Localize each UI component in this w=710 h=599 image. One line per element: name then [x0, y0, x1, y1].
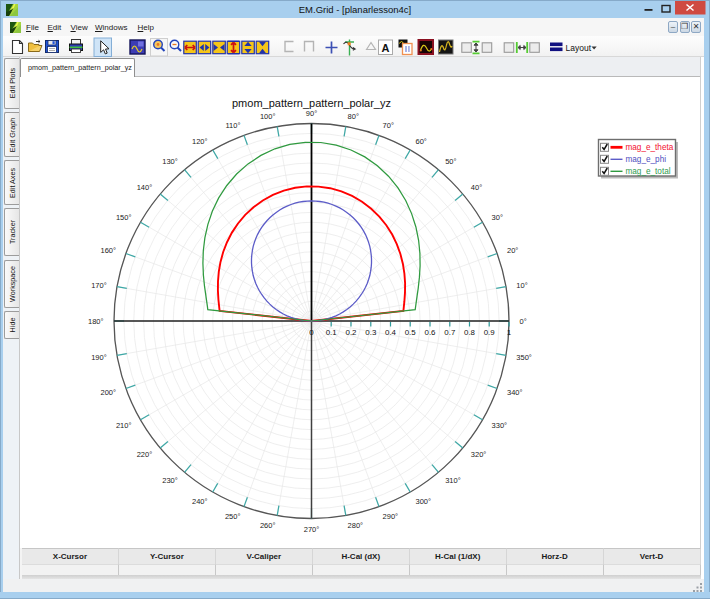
svg-text:130°: 130°	[162, 157, 178, 166]
svg-text:120°: 120°	[192, 137, 208, 146]
svg-text:mag_e_total: mag_e_total	[626, 167, 671, 176]
svg-text:mag_e_theta: mag_e_theta	[626, 143, 674, 152]
svg-text:280°: 280°	[348, 521, 364, 530]
svg-text:200°: 200°	[100, 388, 116, 397]
svg-text:310°: 310°	[445, 476, 461, 485]
svg-text:0.9: 0.9	[484, 328, 496, 337]
svg-text:340°: 340°	[507, 388, 523, 397]
svg-text:210°: 210°	[116, 421, 132, 430]
svg-text:0.6: 0.6	[425, 328, 437, 337]
svg-text:160°: 160°	[100, 246, 116, 255]
svg-text:0.2: 0.2	[346, 328, 357, 337]
svg-text:0.1: 0.1	[326, 328, 337, 337]
svg-text:350°: 350°	[516, 353, 532, 362]
svg-text:320°: 320°	[471, 450, 487, 459]
svg-text:60°: 60°	[416, 137, 427, 146]
svg-text:80°: 80°	[348, 112, 359, 121]
svg-text:100°: 100°	[260, 112, 276, 121]
svg-text:pmom_pattern_pattern_polar_yz: pmom_pattern_pattern_polar_yz	[232, 97, 391, 109]
svg-text:240°: 240°	[192, 497, 208, 506]
svg-text:300°: 300°	[416, 497, 432, 506]
svg-text:1: 1	[507, 328, 511, 337]
svg-text:10°: 10°	[516, 281, 527, 290]
svg-text:0.7: 0.7	[444, 328, 455, 337]
svg-text:50°: 50°	[445, 157, 456, 166]
svg-text:0.5: 0.5	[405, 328, 417, 337]
svg-text:250°: 250°	[225, 512, 241, 521]
svg-text:90°: 90°	[306, 109, 317, 118]
svg-text:220°: 220°	[137, 450, 153, 459]
svg-text:170°: 170°	[91, 281, 107, 290]
svg-text:110°: 110°	[225, 121, 240, 130]
svg-text:0°: 0°	[520, 317, 527, 326]
svg-text:0.4: 0.4	[385, 328, 397, 337]
svg-text:190°: 190°	[91, 353, 107, 362]
svg-text:40°: 40°	[471, 183, 482, 192]
svg-text:150°: 150°	[116, 213, 132, 222]
svg-text:0.3: 0.3	[365, 328, 377, 337]
svg-text:140°: 140°	[137, 183, 153, 192]
svg-text:270°: 270°	[304, 525, 320, 534]
svg-text:0: 0	[309, 328, 314, 337]
svg-text:230°: 230°	[162, 476, 178, 485]
svg-text:330°: 330°	[492, 421, 508, 430]
svg-text:180°: 180°	[88, 317, 104, 326]
svg-text:70°: 70°	[383, 121, 394, 130]
svg-text:0.8: 0.8	[464, 328, 476, 337]
svg-text:260°: 260°	[260, 521, 276, 530]
svg-text:20°: 20°	[507, 246, 518, 255]
svg-text:30°: 30°	[492, 213, 503, 222]
svg-text:mag_e_phi: mag_e_phi	[626, 155, 667, 164]
svg-text:290°: 290°	[383, 512, 399, 521]
